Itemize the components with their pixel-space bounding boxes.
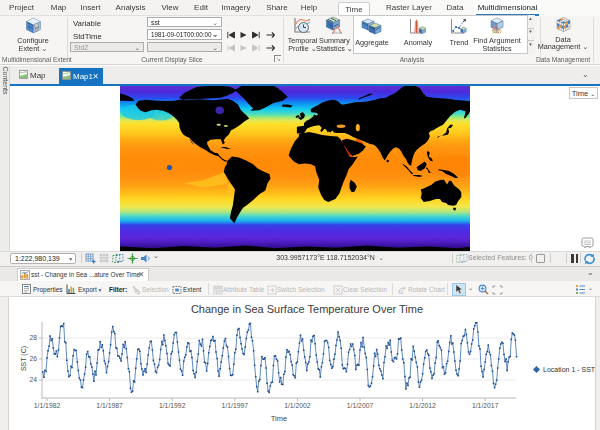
svg-text:DML: DML (494, 29, 500, 33)
